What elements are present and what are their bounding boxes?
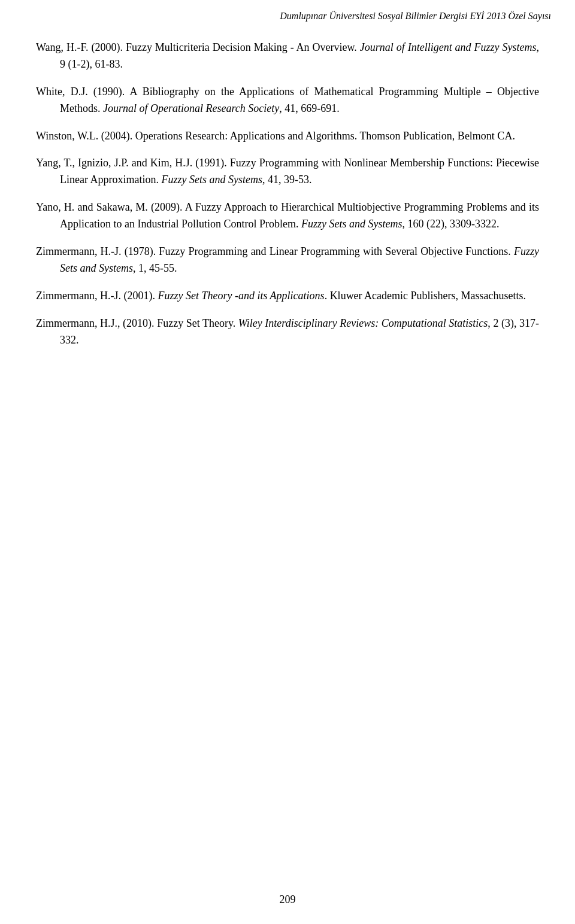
reference-zimmermann2010: Zimmermann, H.J., (2010). Fuzzy Set Theo… (36, 315, 539, 349)
reference-white: White, D.J. (1990). A Bibliography on th… (36, 84, 539, 117)
header-text: Dumlupınar Üniversitesi Sosyal Bilimler … (280, 11, 551, 21)
page-header: Dumlupınar Üniversitesi Sosyal Bilimler … (0, 0, 575, 28)
reference-zimmermann1978-text: Zimmermann, H.-J. (1978). Fuzzy Programm… (36, 244, 539, 277)
reference-wang: Wang, H.-F. (2000). Fuzzy Multicriteria … (36, 39, 539, 73)
reference-zimmermann2001-text: Zimmermann, H.-J. (2001). Fuzzy Set Theo… (36, 288, 539, 305)
reference-white-text: White, D.J. (1990). A Bibliography on th… (36, 84, 539, 117)
reference-yang: Yang, T., Ignizio, J.P. and Kim, H.J. (1… (36, 155, 539, 189)
reference-yano: Yano, H. and Sakawa, M. (2009). A Fuzzy … (36, 199, 539, 233)
reference-zimmermann2001: Zimmermann, H.-J. (2001). Fuzzy Set Theo… (36, 288, 539, 305)
reference-wang-text: Wang, H.-F. (2000). Fuzzy Multicriteria … (36, 39, 539, 73)
reference-yang-text: Yang, T., Ignizio, J.P. and Kim, H.J. (1… (36, 155, 539, 189)
reference-zimmermann1978: Zimmermann, H.-J. (1978). Fuzzy Programm… (36, 244, 539, 277)
reference-winston-text: Winston, W.L. (2004). Operations Researc… (36, 128, 539, 145)
reference-winston: Winston, W.L. (2004). Operations Researc… (36, 128, 539, 145)
reference-zimmermann2010-text: Zimmermann, H.J., (2010). Fuzzy Set Theo… (36, 315, 539, 349)
reference-yano-text: Yano, H. and Sakawa, M. (2009). A Fuzzy … (36, 199, 539, 233)
page-footer: 209 (0, 893, 575, 906)
page-number: 209 (280, 893, 296, 905)
